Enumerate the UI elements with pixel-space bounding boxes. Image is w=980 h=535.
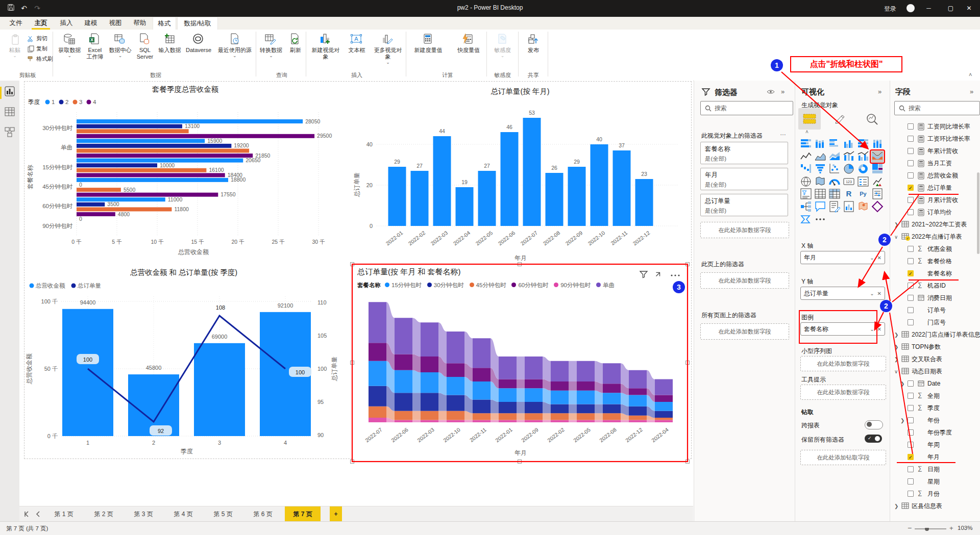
multi-row-card-icon[interactable] xyxy=(856,175,870,188)
field-row[interactable]: ✓套餐名称 xyxy=(890,267,980,279)
field-checkbox[interactable] xyxy=(908,380,914,387)
model-view-icon[interactable] xyxy=(4,126,15,138)
filled-map-icon[interactable] xyxy=(814,175,827,188)
field-checkbox[interactable] xyxy=(908,209,914,215)
ribbon-button-recent[interactable]: 最近使用的源⌄ xyxy=(215,32,254,58)
filter-section-more-icon[interactable]: … xyxy=(780,130,787,137)
field-row[interactable]: ∑机器ID xyxy=(890,279,980,292)
field-checkbox[interactable] xyxy=(908,197,914,203)
field-checkbox[interactable]: ✓ xyxy=(908,270,914,276)
table-row-item[interactable]: ❯区县信息表 xyxy=(890,500,980,512)
ribbon-button-newmeasure[interactable]: 新建度量值 xyxy=(413,32,444,54)
card-icon[interactable]: 123 xyxy=(842,175,855,188)
filters-search-input[interactable]: 搜索 xyxy=(700,101,793,115)
menu-tab-3[interactable]: 建模 xyxy=(81,17,101,30)
menu-tab-1[interactable]: 主页 xyxy=(30,17,52,30)
ribbon-button-dataverse[interactable]: Dataverse xyxy=(184,32,213,54)
menu-tab-2[interactable]: 插入 xyxy=(56,17,77,30)
field-checkbox[interactable] xyxy=(908,172,914,179)
ribbon-button-publish[interactable]: 发布 xyxy=(524,32,543,54)
kpi-icon[interactable] xyxy=(871,175,884,188)
treemap-icon[interactable] xyxy=(871,163,884,175)
slicer-icon[interactable] xyxy=(799,188,813,200)
ribbon-button-datahub[interactable]: 数据中心⌄ xyxy=(108,32,132,58)
zoom-slider[interactable] xyxy=(915,528,946,532)
ribbon-button-enterdata[interactable]: 输入数据 xyxy=(158,32,182,54)
field-checkbox[interactable] xyxy=(908,148,914,154)
fields-scrollbar[interactable] xyxy=(977,172,979,254)
visual-revenue-orders-by-quarter[interactable]: 总营收金额 和 总订单量(按 季度)总营收金额总订单量0 千50 千100 千9… xyxy=(25,267,347,456)
page-tab[interactable]: 第 4 页 xyxy=(165,506,201,522)
small-multiples-empty-well[interactable]: 在此处添加数据字段 xyxy=(800,356,886,371)
gauge-icon[interactable] xyxy=(828,175,841,188)
collapse-viz-icon[interactable]: » xyxy=(878,88,881,95)
visual-orders-by-month[interactable]: 总订单量(按 年月)02040292022-01272022-02442022-… xyxy=(352,83,688,262)
ribbon-button-sql[interactable]: SQLServer xyxy=(135,32,155,60)
field-checkbox[interactable] xyxy=(908,136,914,142)
field-checkbox[interactable] xyxy=(908,405,914,411)
ribbon-button-refresh[interactable]: 刷新 xyxy=(286,32,305,54)
collapse-fields-icon[interactable]: » xyxy=(970,88,973,95)
close-button[interactable]: ✕ xyxy=(958,0,980,17)
menu-tab-0[interactable]: 文件 xyxy=(8,17,23,30)
filter-pane-visibility-icon[interactable] xyxy=(767,89,775,96)
paste-button[interactable]: 粘贴⌄ xyxy=(5,32,24,58)
menu-tab-6[interactable]: 格式 xyxy=(153,17,176,30)
field-checkbox[interactable] xyxy=(908,246,914,252)
field-checkbox[interactable] xyxy=(908,160,914,166)
field-checkbox[interactable] xyxy=(908,417,914,423)
field-row[interactable]: ∑全期 xyxy=(890,390,980,402)
filter-empty-well[interactable]: 在此处添加数据字段 xyxy=(700,222,789,238)
x-axis-pill[interactable]: 年月⌄✕ xyxy=(800,251,885,264)
more-visuals-icon[interactable] xyxy=(814,213,827,225)
visual-orders-by-month-and-package[interactable]: 总订单量(按 年月 和 套餐名称)套餐名称15分钟包时30分钟包时45分钟包时6… xyxy=(352,264,688,462)
page-tab[interactable]: 第 5 页 xyxy=(205,506,241,522)
stacked-column-chart-icon[interactable] xyxy=(814,138,827,150)
table-row-item[interactable]: ❯2022门店点播订单表信息 xyxy=(890,328,980,341)
line-and-stacked-column-chart-icon[interactable] xyxy=(842,150,855,163)
page-tab[interactable]: 第 3 页 xyxy=(126,506,161,522)
collapse-filters-icon[interactable]: » xyxy=(781,88,785,95)
keep-filters-toggle[interactable]: ✓ xyxy=(865,435,882,443)
field-checkbox[interactable]: ✓ xyxy=(908,454,914,460)
fields-search-input[interactable]: 搜索 xyxy=(894,101,980,115)
visual-package-quarter-revenue[interactable]: 套餐季度总营收金额季度123430分钟包时280501310029500单曲15… xyxy=(25,83,347,262)
clustered-column-chart-icon[interactable] xyxy=(842,138,855,150)
analytics-tab[interactable] xyxy=(862,108,884,130)
page-tab[interactable]: 第 2 页 xyxy=(86,506,121,522)
ribbon-button-excel[interactable]: XExcel工作簿 xyxy=(84,32,106,60)
field-row[interactable]: 门店号 xyxy=(890,316,980,328)
avatar[interactable] xyxy=(906,4,915,12)
funnel-chart-icon[interactable] xyxy=(814,163,827,175)
zoom-in-icon[interactable]: + xyxy=(949,524,953,532)
menu-tab-7[interactable]: 数据/钻取 xyxy=(177,17,218,30)
filter-empty-well[interactable]: 在此处添加数据字段 xyxy=(700,272,789,289)
table-row-item[interactable]: ∨动态日期表 xyxy=(890,365,980,377)
field-row[interactable]: 订单号 xyxy=(890,304,980,316)
field-row[interactable]: 工资同比增长率 xyxy=(890,120,980,133)
zoom-out-icon[interactable]: − xyxy=(908,524,912,532)
donut-chart-icon[interactable] xyxy=(856,163,870,175)
pie-chart-icon[interactable] xyxy=(842,163,855,175)
data-view-icon[interactable] xyxy=(4,106,15,117)
minimize-button[interactable]: ─ xyxy=(918,0,940,17)
page-tab[interactable]: 第 6 页 xyxy=(245,506,281,522)
filter-card[interactable]: 年月是(全部) xyxy=(700,168,788,190)
field-checkbox[interactable] xyxy=(908,295,914,301)
smart-narrative-icon[interactable] xyxy=(828,200,841,213)
field-row[interactable]: ∑季度 xyxy=(890,402,980,414)
field-row[interactable]: 工资环比增长率 xyxy=(890,133,980,145)
cut-button[interactable]: 剪切 xyxy=(27,34,55,43)
table-row-item[interactable]: ❯交叉联合表 xyxy=(890,353,980,365)
table-row-item[interactable]: ❯TOPN参数 xyxy=(890,341,980,353)
report-canvas[interactable]: 套餐季度总营收金额季度123430分钟包时280501310029500单曲15… xyxy=(19,81,693,506)
format-visual-tab[interactable] xyxy=(830,108,852,130)
first-page-icon[interactable] xyxy=(23,511,31,520)
field-checkbox[interactable] xyxy=(908,491,914,497)
format-painter-button[interactable]: 格式刷 xyxy=(27,54,55,63)
page-tab[interactable]: 第 7 页 xyxy=(285,506,321,522)
report-visual-icon[interactable] xyxy=(842,200,855,213)
copy-button[interactable]: 复制 xyxy=(27,44,55,53)
field-checkbox[interactable] xyxy=(908,442,914,448)
matrix-icon[interactable] xyxy=(828,188,841,200)
